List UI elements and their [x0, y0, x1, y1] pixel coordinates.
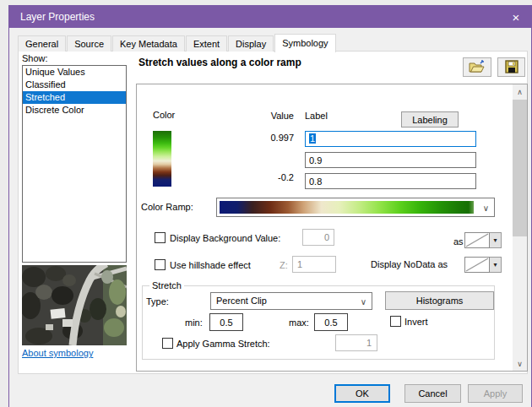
no-color-swatch-icon	[464, 257, 490, 273]
label-input-3[interactable]	[305, 173, 476, 189]
apply-button[interactable]: Apply	[468, 384, 523, 403]
title-bar[interactable]: Layer Properties ×	[9, 6, 531, 28]
about-symbology-link[interactable]: About symbology	[22, 348, 93, 358]
z-factor-input[interactable]	[292, 256, 336, 273]
chevron-down-icon: ∨	[483, 203, 489, 212]
min-input[interactable]	[209, 313, 243, 331]
open-folder-icon	[469, 60, 486, 75]
close-icon[interactable]: ×	[501, 6, 531, 28]
list-item-unique-values[interactable]: Unique Values	[23, 66, 126, 79]
use-hillshade-checkbox[interactable]	[155, 259, 166, 270]
max-input[interactable]	[314, 313, 348, 331]
stretch-type-value: Percent Clip	[216, 296, 267, 306]
background-value-input[interactable]	[302, 229, 334, 246]
stretch-type-label: Type:	[146, 296, 169, 307]
z-input-wrap	[292, 256, 336, 273]
label-input-3-wrap	[305, 173, 476, 189]
color-ramp-gradient	[220, 201, 474, 214]
display-background-value-checkbox[interactable]	[155, 232, 166, 243]
tab-symbology[interactable]: Symbology	[274, 34, 335, 52]
layer-properties-dialog: Layer Properties × General Source Key Me…	[8, 5, 532, 407]
tab-extent[interactable]: Extent	[186, 35, 227, 52]
invert-checkbox[interactable]	[390, 316, 401, 327]
tab-strip: General Source Key Metadata Extent Displ…	[18, 34, 337, 52]
scroll-up-icon[interactable]: ∧	[513, 84, 527, 99]
display-nodata-as-label: Display NoData as	[371, 259, 448, 269]
color-ramp-vertical-preview	[153, 131, 171, 187]
ok-button[interactable]: OK	[334, 384, 390, 403]
background-color-dropdown[interactable]: ▾	[464, 232, 502, 248]
dropdown-arrow-icon[interactable]: ▾	[490, 232, 502, 248]
list-item-discrete-color[interactable]: Discrete Color	[23, 104, 126, 117]
cancel-button[interactable]: Cancel	[404, 384, 461, 403]
scroll-down-icon[interactable]: ∨	[513, 356, 527, 371]
display-background-value-label: Display Background Value:	[170, 233, 280, 243]
scrollbar-thumb[interactable]	[513, 100, 527, 236]
renderer-listbox: Unique Values Classified Stretched Discr…	[22, 65, 127, 263]
apply-gamma-stretch-checkbox[interactable]	[162, 338, 173, 349]
histograms-button[interactable]: Histograms	[385, 291, 494, 310]
column-header-value: Value	[238, 111, 294, 121]
color-ramp-dropdown[interactable]: ∨	[216, 198, 495, 217]
column-header-color: Color	[153, 110, 175, 120]
vertical-scrollbar[interactable]: ∧ ∨	[513, 84, 527, 371]
value-min: -0.2	[238, 172, 294, 182]
tab-source[interactable]: Source	[67, 35, 111, 52]
labeling-button[interactable]: Labeling	[401, 111, 459, 128]
save-icon	[505, 60, 518, 75]
tab-general[interactable]: General	[18, 35, 66, 52]
use-hillshade-label: Use hillshade effect	[170, 260, 251, 270]
min-label: min:	[185, 317, 203, 328]
label-input-1[interactable]: 1	[305, 131, 476, 147]
layer-preview-thumbnail	[22, 265, 127, 345]
color-ramp-label: Color Ramp:	[141, 202, 193, 212]
apply-gamma-stretch-label: Apply Gamma Stretch:	[176, 339, 270, 349]
max-input-wrap	[314, 313, 348, 331]
symbology-tab-page: Show: Unique Values Classified Stretched…	[18, 51, 528, 374]
column-header-label: Label	[305, 111, 328, 121]
panel-header: Stretch values along a color ramp	[138, 57, 301, 68]
show-label: Show:	[22, 53, 48, 63]
dropdown-arrow-icon[interactable]: ▾	[490, 257, 502, 273]
min-input-wrap	[209, 313, 243, 331]
gamma-input-wrap	[335, 334, 377, 351]
max-label: max:	[289, 317, 309, 328]
nodata-color-dropdown[interactable]: ▾	[464, 257, 502, 273]
label-input-2[interactable]	[305, 152, 476, 168]
gamma-input[interactable]	[335, 334, 377, 351]
no-color-swatch-icon	[464, 232, 490, 248]
label-input-2-wrap	[305, 152, 476, 168]
list-item-classified[interactable]: Classified	[23, 79, 126, 91]
z-label: Z:	[280, 260, 288, 270]
list-item-stretched[interactable]: Stretched	[23, 91, 126, 104]
save-symbology-button[interactable]	[497, 57, 525, 77]
selected-text: 1	[309, 133, 316, 144]
tab-key-metadata[interactable]: Key Metadata	[112, 35, 185, 52]
stretch-type-dropdown[interactable]: Percent Clip ∨	[210, 292, 372, 310]
tab-display[interactable]: Display	[228, 35, 274, 52]
stretch-groupbox: Stretch Type: Percent Clip ∨ Histograms …	[142, 285, 495, 360]
import-symbology-button[interactable]	[463, 57, 491, 77]
stretch-group-legend: Stretch	[149, 280, 184, 291]
as-label: as	[453, 236, 464, 247]
chevron-down-icon: ∨	[361, 293, 366, 309]
value-max: 0.997	[238, 133, 294, 143]
background-value-input-wrap	[302, 229, 334, 246]
invert-label: Invert	[404, 317, 428, 327]
stretched-options-panel: Color Value Label Labeling 0.997 -0.2 1 …	[136, 84, 528, 372]
window-title: Layer Properties	[20, 11, 95, 23]
